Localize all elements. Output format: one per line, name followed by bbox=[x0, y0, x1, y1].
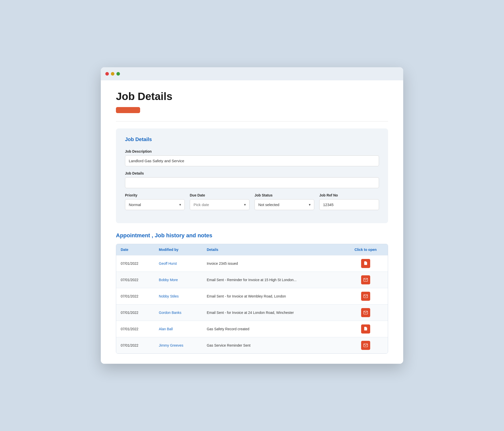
job-ref-group: Job Ref No bbox=[319, 193, 379, 210]
history-section: Appointment , Job history and notes Date… bbox=[116, 232, 388, 354]
cell-modified-by[interactable]: Geoff Hurst bbox=[154, 255, 202, 272]
cell-details: Email Sent - Reminder for Invoice at 15 … bbox=[202, 272, 343, 288]
close-dot[interactable] bbox=[105, 72, 109, 76]
job-details-label: Job Details bbox=[125, 171, 379, 175]
job-ref-input[interactable] bbox=[319, 199, 379, 210]
table-row: 07/01/2022Nobby StilesEmail Sent - for I… bbox=[116, 288, 388, 305]
cell-click-to-open[interactable] bbox=[343, 272, 388, 288]
col-modified-by: Modified by bbox=[154, 244, 202, 255]
job-status-select-wrapper: Not selected Pending In Progress Complet… bbox=[255, 199, 314, 210]
due-date-select-wrapper: ▼ bbox=[190, 199, 249, 210]
due-date-input[interactable] bbox=[190, 199, 249, 210]
cell-click-to-open[interactable] bbox=[343, 321, 388, 337]
cell-modified-by[interactable]: Alan Ball bbox=[154, 321, 202, 337]
table-header-row: Date Modified by Details Click to open bbox=[116, 244, 388, 255]
cell-details: Email Sent - for Invoice at Wembley Road… bbox=[202, 288, 343, 305]
email-icon[interactable] bbox=[361, 341, 370, 350]
table-row: 07/01/2022Alan BallGas Safety Record cre… bbox=[116, 321, 388, 337]
history-table-container: Date Modified by Details Click to open 0… bbox=[116, 244, 388, 354]
user-link[interactable]: Nobby Stiles bbox=[159, 294, 179, 298]
user-link[interactable]: Geoff Hurst bbox=[159, 261, 177, 266]
minimize-dot[interactable] bbox=[111, 72, 114, 76]
cell-modified-by[interactable]: Bobby More bbox=[154, 272, 202, 288]
cell-date: 07/01/2022 bbox=[116, 272, 154, 288]
history-table: Date Modified by Details Click to open 0… bbox=[116, 244, 388, 353]
page-title: Job Details bbox=[116, 90, 388, 103]
form-row: Priority Normal High Low Urgent ▼ Due Da… bbox=[125, 193, 379, 215]
document-icon[interactable] bbox=[361, 324, 370, 334]
history-section-title: Appointment , Job history and notes bbox=[116, 232, 388, 239]
user-link[interactable]: Bobby More bbox=[159, 278, 178, 282]
main-content: Job Details Job Details Job Description … bbox=[101, 80, 403, 364]
cell-click-to-open[interactable] bbox=[343, 255, 388, 272]
cell-date: 07/01/2022 bbox=[116, 305, 154, 321]
priority-label: Priority bbox=[125, 193, 185, 197]
table-row: 07/01/2022Jimmy GreevesGas Service Remin… bbox=[116, 337, 388, 354]
job-details-input[interactable] bbox=[125, 177, 379, 188]
cell-modified-by[interactable]: Nobby Stiles bbox=[154, 288, 202, 305]
job-description-group: Job Description bbox=[125, 149, 379, 166]
cell-click-to-open[interactable] bbox=[343, 288, 388, 305]
job-status-select[interactable]: Not selected Pending In Progress Complet… bbox=[255, 199, 314, 210]
cell-date: 07/01/2022 bbox=[116, 321, 154, 337]
table-row: 07/01/2022Gordon BanksEmail Sent - for I… bbox=[116, 305, 388, 321]
titlebar bbox=[101, 67, 403, 80]
app-window: Job Details Job Details Job Description … bbox=[101, 67, 403, 364]
cell-date: 07/01/2022 bbox=[116, 337, 154, 354]
cell-date: 07/01/2022 bbox=[116, 255, 154, 272]
job-ref-label: Job Ref No bbox=[319, 193, 379, 197]
priority-group: Priority Normal High Low Urgent ▼ bbox=[125, 193, 185, 210]
table-row: 07/01/2022Bobby MoreEmail Sent - Reminde… bbox=[116, 272, 388, 288]
document-icon[interactable] bbox=[361, 259, 370, 268]
user-link[interactable]: Gordon Banks bbox=[159, 311, 181, 315]
cell-modified-by[interactable]: Jimmy Greeves bbox=[154, 337, 202, 354]
back-button[interactable] bbox=[116, 107, 140, 113]
maximize-dot[interactable] bbox=[116, 72, 120, 76]
due-date-group: Due Date ▼ bbox=[190, 193, 249, 210]
cell-details: Gas Safety Record created bbox=[202, 321, 343, 337]
email-icon[interactable] bbox=[361, 292, 370, 301]
table-row: 07/01/2022Geoff HurstInvoice 2345 issued bbox=[116, 255, 388, 272]
user-link[interactable]: Jimmy Greeves bbox=[159, 343, 183, 347]
card-title: Job Details bbox=[125, 137, 379, 142]
cell-click-to-open[interactable] bbox=[343, 305, 388, 321]
user-link[interactable]: Alan Ball bbox=[159, 327, 173, 331]
job-description-input[interactable] bbox=[125, 155, 379, 166]
priority-select-wrapper: Normal High Low Urgent ▼ bbox=[125, 199, 185, 210]
job-details-card: Job Details Job Description Job Details … bbox=[116, 128, 388, 223]
cell-click-to-open[interactable] bbox=[343, 337, 388, 354]
divider bbox=[116, 121, 388, 121]
email-icon[interactable] bbox=[361, 275, 370, 284]
due-date-label: Due Date bbox=[190, 193, 249, 197]
job-status-group: Job Status Not selected Pending In Progr… bbox=[255, 193, 314, 210]
col-details: Details bbox=[202, 244, 343, 255]
col-date: Date bbox=[116, 244, 154, 255]
job-status-label: Job Status bbox=[255, 193, 314, 197]
job-details-group: Job Details bbox=[125, 171, 379, 188]
cell-details: Gas Service Reminder Sent bbox=[202, 337, 343, 354]
cell-modified-by[interactable]: Gordon Banks bbox=[154, 305, 202, 321]
email-icon[interactable] bbox=[361, 308, 370, 317]
cell-details: Invoice 2345 issued bbox=[202, 255, 343, 272]
col-click-to-open: Click to open bbox=[343, 244, 388, 255]
job-description-label: Job Description bbox=[125, 149, 379, 153]
priority-select[interactable]: Normal High Low Urgent bbox=[125, 199, 185, 210]
cell-details: Email Sent - for Invoice at 24 London Ro… bbox=[202, 305, 343, 321]
cell-date: 07/01/2022 bbox=[116, 288, 154, 305]
